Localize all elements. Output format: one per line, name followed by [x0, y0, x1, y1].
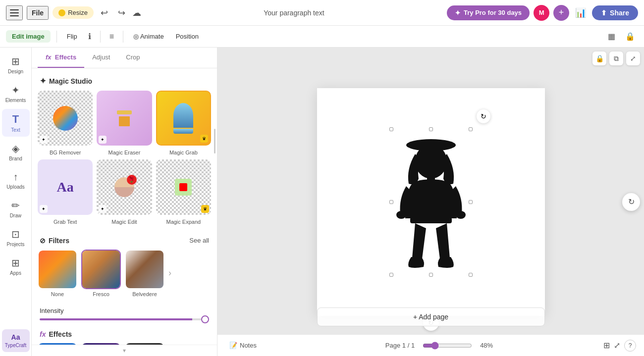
intensity-slider-thumb[interactable] [201, 315, 209, 323]
sidebar-item-apps[interactable]: ⊞ Apps [2, 253, 30, 280]
lock-button[interactable]: 🔒 [622, 30, 638, 43]
fullscreen-button[interactable]: ⤢ [614, 341, 620, 350]
zoom-slider[interactable] [423, 342, 472, 350]
filter-fresco-label: Fresco [93, 291, 109, 297]
sidebar-item-uploads[interactable]: ↑ Uploads [2, 167, 30, 194]
canvas-right-rotate[interactable]: ↻ [622, 193, 640, 211]
position-button[interactable]: Position [172, 30, 203, 43]
projects-icon: ⊡ [11, 228, 20, 240]
canvas-element-selected[interactable]: ↻ [391, 129, 471, 275]
apps-icon: ⊞ [11, 257, 20, 269]
panel-content: ✦ Magic Studio ✦ BG Remover [32, 68, 217, 345]
tab-adjust[interactable]: Adjust [84, 48, 118, 68]
zoom-percent: 48% [480, 342, 493, 349]
duplicate-canvas-icon[interactable]: ⧉ [609, 51, 623, 65]
filter-none[interactable]: None [38, 250, 77, 297]
toolbar: Edit image Flip ℹ ≡ ◎ Animate Position ▦… [0, 26, 644, 48]
resize-button[interactable]: Resize [53, 6, 94, 19]
selection-handle-tr[interactable] [469, 127, 473, 131]
undo-button[interactable]: ↩ [98, 5, 111, 20]
filter-belvedere-label: Belvedere [132, 291, 157, 297]
avatar-button[interactable]: M [534, 5, 549, 21]
tab-effects[interactable]: fx Effects [38, 48, 84, 68]
grid-view-button[interactable]: ⊞ [603, 341, 610, 350]
see-all-link[interactable]: See all [189, 237, 209, 244]
magic-card-magic-grab[interactable]: ♛ Magic Grab [156, 91, 211, 155]
magic-card-magic-expand[interactable]: ♛ Magic Expand [156, 159, 211, 224]
canvas-area: 🔒 ⧉ ⤢ [217, 48, 644, 356]
redo-button[interactable]: ↪ [115, 5, 128, 20]
wand-icon-3: ✦ [40, 205, 48, 213]
filters-next-arrow[interactable]: › [168, 250, 171, 297]
svg-point-2 [415, 144, 447, 179]
options-button[interactable]: ≡ [107, 30, 117, 43]
tab-crop[interactable]: Crop [118, 48, 148, 68]
magic-card-bg-remover[interactable]: ✦ BG Remover [38, 91, 93, 155]
topbar: File Resize ↩ ↪ ☁ ✦ Try Pro for 30 days … [0, 0, 644, 26]
bottom-center: Page 1 / 1 48% [275, 342, 603, 350]
help-button[interactable]: ? [624, 340, 636, 352]
effects-title: Effects [49, 330, 72, 338]
filter-fresco[interactable]: Fresco [81, 250, 121, 297]
edit-image-button[interactable]: Edit image [6, 30, 51, 43]
share-button[interactable]: ⬆ Share [592, 5, 638, 20]
magic-card-magic-eraser[interactable]: ✦ Magic Eraser [97, 91, 152, 155]
checkerboard-button[interactable]: ▦ [605, 30, 618, 43]
main-area: ⊞ Design ✦ Elements T Text ◈ Brand ↑ Upl… [0, 48, 644, 356]
filters-list: None Fresco [32, 250, 217, 303]
cloud-icon: ☁ [132, 7, 141, 18]
elements-icon: ✦ [11, 84, 20, 96]
brand-icon: ◈ [12, 143, 19, 154]
filter-belvedere[interactable]: Belvedere [125, 250, 164, 297]
toolbar-separator-2 [100, 31, 101, 43]
wand-icon-2: ✦ [99, 136, 107, 144]
selection-handle-br[interactable] [469, 273, 473, 277]
svg-rect-6 [410, 217, 452, 223]
selection-handle-bl[interactable] [389, 273, 393, 277]
svg-point-4 [396, 211, 406, 219]
analytics-button[interactable]: 📊 [573, 5, 588, 20]
magic-card-magic-edit[interactable]: 🌹 ✦ Magic Edit [97, 159, 152, 224]
try-pro-button[interactable]: ✦ Try Pro for 30 days [447, 5, 530, 20]
bottom-left: 📝 Notes [225, 340, 275, 351]
canvas-side-icons: 🔒 ⧉ ⤢ [592, 51, 640, 65]
text-icon: T [12, 113, 19, 126]
lock-canvas-icon[interactable]: 🔒 [592, 51, 606, 65]
selection-handle-tl[interactable] [389, 127, 393, 131]
flip-button[interactable]: Flip [63, 30, 81, 43]
scroll-down-icon: ▾ [123, 347, 126, 354]
toolbar-separator [56, 31, 57, 43]
sidebar-item-brand[interactable]: ◈ Brand [2, 139, 30, 165]
sidebar-item-elements[interactable]: ✦ Elements [2, 80, 30, 107]
selection-handle-bm[interactable] [429, 273, 433, 277]
effect-orange[interactable] [125, 343, 164, 345]
hamburger-button[interactable] [6, 5, 23, 20]
selection-handle-ml[interactable] [389, 200, 393, 204]
magic-grab-label: Magic Grab [169, 150, 198, 155]
sidebar-item-projects[interactable]: ⊡ Projects [2, 224, 30, 251]
add-page-button[interactable]: + Add page [317, 307, 545, 326]
notes-icon: 📝 [229, 342, 237, 349]
doc-title-input[interactable] [244, 9, 343, 17]
sidebar-item-text[interactable]: T Text [2, 109, 30, 137]
sidebar-item-draw[interactable]: ✏ Draw [2, 196, 30, 222]
animate-button[interactable]: ◎ Animate [129, 30, 168, 43]
filters-icon: ⊘ [40, 237, 46, 245]
magic-card-grab-text[interactable]: Aa ✦ Grab Text [38, 159, 93, 224]
typecraft-icon: Aa [11, 333, 20, 341]
notes-button[interactable]: 📝 Notes [225, 340, 261, 351]
filter-none-label: None [51, 291, 64, 297]
info-button[interactable]: ℹ [85, 30, 94, 43]
expand-canvas-icon[interactable]: ⤢ [626, 51, 640, 65]
sidebar-icon-strip: ⊞ Design ✦ Elements T Text ◈ Brand ↑ Upl… [0, 48, 32, 356]
magic-edit-label: Magic Edit [111, 219, 137, 225]
sidebar-item-typecraft[interactable]: Aa TypeCraft [2, 329, 30, 352]
file-button[interactable]: File [27, 6, 49, 20]
add-collaborator-button[interactable]: + [553, 5, 569, 21]
bottom-bar: 📝 Notes Page 1 / 1 48% ⊞ ⤢ ? [217, 334, 644, 356]
selection-handle-mr[interactable] [469, 200, 473, 204]
selection-handle-tm[interactable] [429, 127, 433, 131]
svg-point-5 [456, 211, 466, 219]
rotate-handle[interactable]: ↻ [477, 109, 490, 123]
sidebar-item-design[interactable]: ⊞ Design [2, 51, 30, 78]
